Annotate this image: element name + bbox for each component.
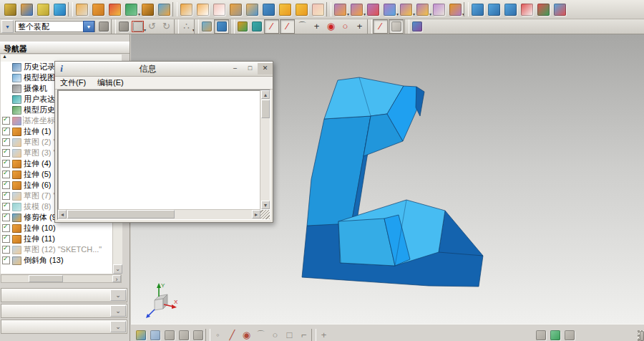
unite-boolean-icon[interactable]: ▾	[123, 1, 139, 17]
plus-tool-icon[interactable]: +▾	[353, 20, 366, 33]
datum-axis-icon[interactable]: ▾	[2, 1, 18, 17]
info-titlebar[interactable]: i 信息 – □ ✕	[55, 62, 273, 77]
point-on-curve-icon[interactable]: ◉▾	[240, 329, 253, 341]
scroll-down-icon[interactable]: ⌄	[113, 264, 122, 274]
endpoint-snap-icon[interactable]: ◦▾	[211, 329, 225, 341]
feature-checkbox[interactable]: ✓	[2, 149, 10, 157]
grid-snap-icon[interactable]: ▾	[148, 329, 162, 341]
touch-orient-icon[interactable]: ▾	[117, 20, 130, 33]
circle-snap-icon[interactable]: ○▾	[268, 329, 282, 341]
collapsed-panel-2[interactable]: ⌄	[1, 304, 127, 318]
sphere-snap-icon[interactable]: ▾	[389, 19, 404, 34]
tree-item-extrude-10[interactable]: ✓ 拉伸 (10)	[1, 223, 112, 234]
feature-checkbox[interactable]: ✓	[2, 192, 10, 200]
datum-measure-icon[interactable]: ∴▾	[180, 20, 193, 33]
tree-horizontal-scrollbar[interactable]: ›	[1, 274, 122, 283]
scroll-left-icon[interactable]: ◂	[58, 210, 67, 218]
block-primitive-icon[interactable]: ▾	[19, 1, 34, 17]
move-face-icon[interactable]: ▾	[332, 1, 348, 17]
feature-checkbox[interactable]: ✓	[2, 256, 10, 264]
delete-face-icon[interactable]: ▾	[365, 1, 381, 17]
tree-item-extrude-11[interactable]: ✓ 拉伸 (11)	[1, 234, 112, 244]
feature-checkbox[interactable]: ✓	[2, 246, 10, 254]
feature-checkbox[interactable]: ✓	[2, 235, 10, 243]
studio-surface-icon[interactable]: ▾	[552, 1, 567, 17]
tree-item-chamfer-13[interactable]: ✓ 倒斜角 (13)	[1, 255, 112, 266]
feature-checkbox[interactable]: ✓	[2, 181, 10, 189]
model-arm-end-dark-face[interactable]	[416, 87, 424, 116]
expand-chevron-icon[interactable]: ⌄	[110, 305, 126, 317]
maximize-button[interactable]: □	[243, 63, 258, 75]
offset-face-icon[interactable]: ▾	[398, 1, 414, 17]
arc-center-snap-icon[interactable]: ⌒▾	[254, 329, 268, 341]
scrollbar-thumb[interactable]	[67, 210, 175, 218]
feature-checkbox[interactable]: ✓	[2, 138, 10, 146]
move-object-icon[interactable]: ▾	[235, 20, 249, 33]
feature-checkbox[interactable]: ✓	[2, 160, 10, 168]
pattern-feature-icon[interactable]: ▾	[90, 1, 106, 17]
snap-option-b-icon[interactable]: ▾	[177, 329, 190, 341]
square-snap-icon[interactable]: □▾	[283, 329, 296, 341]
open-flag-icon[interactable]: ▾	[410, 20, 424, 33]
combo-dropdown-icon[interactable]: ▼	[83, 21, 94, 32]
shaded-view-icon[interactable]: ▾	[214, 19, 229, 34]
scroll-right-icon[interactable]: ▸	[252, 210, 260, 218]
info-horizontal-scrollbar[interactable]: ◂ ▸	[58, 209, 260, 219]
circle-dash-icon[interactable]: ○▾	[338, 20, 352, 33]
feature-checkbox[interactable]: ✓	[2, 170, 10, 178]
line-tool-icon[interactable]: ∕▾	[264, 19, 279, 34]
end-pad[interactable]: ▾	[577, 329, 643, 341]
flange-icon[interactable]: ▾	[195, 1, 210, 17]
scrollbar-thumb[interactable]	[261, 100, 270, 118]
info-vertical-scrollbar[interactable]: ▴ ▾	[260, 90, 270, 209]
feature-checkbox[interactable]: ✓	[2, 117, 10, 125]
swept-surface-icon[interactable]: ▾	[469, 1, 485, 17]
scroll-down-icon[interactable]: ▾	[261, 201, 270, 209]
sheet-box-icon[interactable]: ▾	[310, 1, 326, 17]
join-face-icon[interactable]: ▾	[228, 1, 243, 17]
collapsed-panel-3[interactable]: ⌄	[1, 320, 127, 334]
assist-a-icon[interactable]: ▾	[534, 329, 547, 341]
point-cloud-icon[interactable]: ▾	[535, 1, 551, 17]
tree-item-sketch-12[interactable]: ✓ 草图 (12) "SKETCH..."	[1, 244, 112, 255]
swept-surface-3-icon[interactable]: ▾	[502, 1, 518, 17]
point-set-icon[interactable]: ▾	[107, 1, 122, 17]
ellipsoid-icon[interactable]: ▾	[35, 1, 51, 17]
snap-option-a-icon[interactable]: ▾	[162, 329, 176, 341]
feature-checkbox[interactable]: ✓	[2, 224, 10, 232]
close-button[interactable]: ✕	[258, 63, 273, 75]
scrollbar-thumb[interactable]	[29, 275, 63, 282]
pull-face-icon[interactable]: ▾	[348, 1, 364, 17]
line-tool-2-icon[interactable]: ∕▾	[280, 19, 295, 34]
toolbar-overflow-button[interactable]: ▼	[1, 20, 14, 33]
snap-option-c-icon[interactable]: ▾	[191, 329, 205, 341]
sheet-metal-icon[interactable]: ▾	[211, 1, 227, 17]
thicken-icon[interactable]: ▾	[244, 1, 260, 17]
model-lowblock-right-dark-face[interactable]	[439, 211, 483, 256]
snap-enable-icon[interactable]: ▾	[131, 20, 145, 33]
midpoint-snap-icon[interactable]: ╱▾	[225, 329, 239, 341]
menu-file[interactable]: 文件(F)	[60, 77, 86, 88]
expand-chevron-icon[interactable]: ⌄	[110, 321, 126, 332]
resize-grip[interactable]	[260, 210, 270, 219]
corner-snap-icon[interactable]: ⌐▾	[297, 329, 311, 341]
scroll-up-icon[interactable]: ▴	[261, 90, 270, 99]
feature-checkbox[interactable]: ✓	[2, 213, 10, 221]
collapsed-panel-1[interactable]: ⌄	[1, 288, 127, 302]
cube-icon[interactable]: ▾	[260, 1, 276, 17]
resize-face-icon[interactable]: ▾	[414, 1, 430, 17]
menu-edit[interactable]: 编辑(E)	[97, 77, 124, 88]
circle-center-icon[interactable]: ◉▾	[324, 20, 338, 33]
flex-spacer[interactable]: ▾	[331, 329, 533, 341]
trim-body-icon[interactable]: ▾	[140, 1, 155, 17]
stamp-icon[interactable]: ▾	[97, 20, 110, 33]
cursor-snap-icon[interactable]: +▾	[317, 329, 331, 341]
datum-plane-icon[interactable]: ▾	[74, 1, 89, 17]
minimize-button[interactable]: –	[228, 63, 243, 75]
swept-surface-2-icon[interactable]: ▾	[486, 1, 502, 17]
expand-chevron-icon[interactable]: ⌄	[110, 289, 126, 301]
rotate-cw-icon[interactable]: ↻▾	[160, 20, 173, 33]
cross-tool-icon[interactable]: +▾	[310, 20, 323, 33]
scroll-right-icon[interactable]: ›	[112, 275, 121, 282]
feature-checkbox[interactable]: ✓	[2, 128, 10, 135]
